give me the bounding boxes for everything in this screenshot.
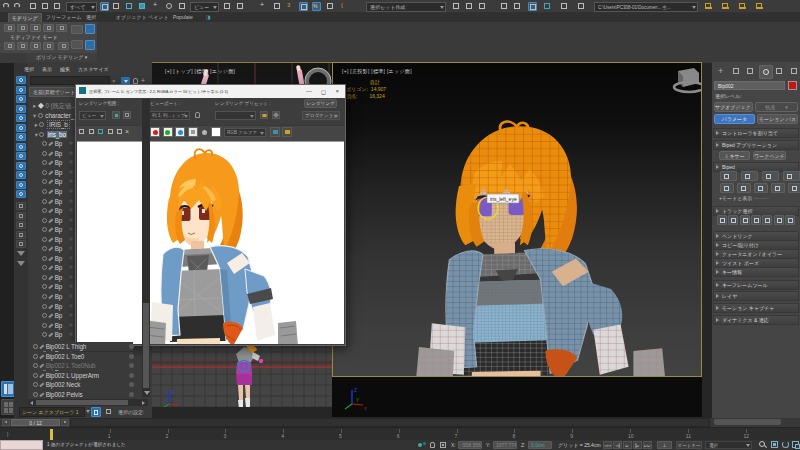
svg-text:Z: Z [171,389,174,395]
svg-text:x: x [364,405,367,411]
svg-text:Y: Y [356,397,360,403]
svg-text:Z: Z [354,387,357,393]
svg-text:iris_left_eye: iris_left_eye [490,196,517,202]
